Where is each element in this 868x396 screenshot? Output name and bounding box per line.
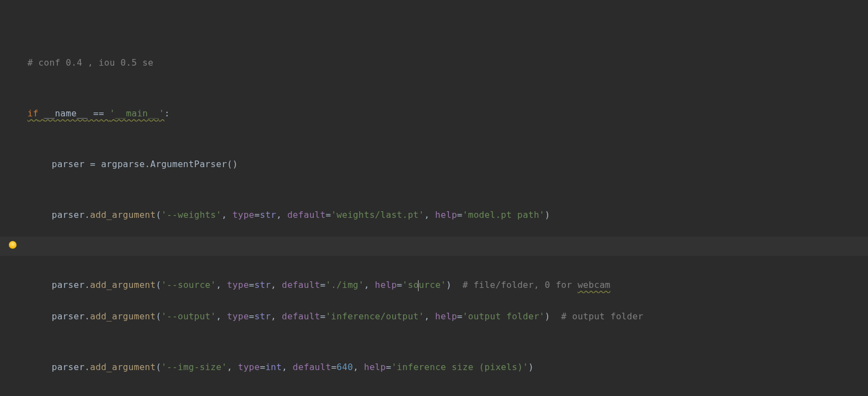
code-line-7[interactable]: parser.add_argument('--img-size', type=i… [0,338,868,357]
code-line-6[interactable]: parser.add_argument('--output', type=str… [0,287,868,307]
dunder-main: __main__ [115,108,159,119]
code-line-1[interactable]: # conf 0.4 , iou 0.5 se [0,34,868,53]
code-line-4[interactable]: parser.add_argument('--weights', type=st… [0,186,868,205]
keyword-if: if [28,108,39,119]
code-line-5-active[interactable]: parser.add_argument('--source', type=str… [0,237,868,256]
code-editor[interactable]: # conf 0.4 , iou 0.5 se if __name__ == '… [0,0,868,396]
comment: # conf 0.4 , iou 0.5 se [28,57,153,68]
code-line-8[interactable]: parser.add_argument('--conf-thres', type… [0,389,868,396]
dunder-name: __name__ [44,108,88,119]
statement: parser = argparse.ArgumentParser() [52,159,238,169]
code-line-3[interactable]: parser = argparse.ArgumentParser() [0,135,868,154]
code-line-2[interactable]: if __name__ == '__main__': [0,84,868,104]
gutter [0,237,23,256]
lightbulb-icon[interactable] [9,241,17,249]
